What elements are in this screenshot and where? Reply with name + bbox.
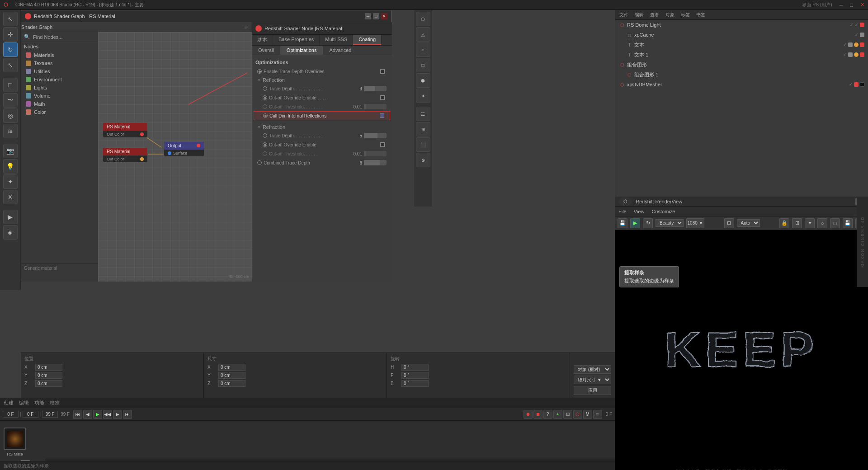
rv-view[interactable]: View <box>634 209 645 214</box>
graph-canvas[interactable]: RS Material Out Color RS Material Out Co… <box>98 32 252 282</box>
coord-mode-select[interactable]: 对象 (框对) <box>574 365 611 374</box>
tl-create[interactable]: 创建 <box>4 400 14 406</box>
tl-motion-btn[interactable]: M <box>583 410 592 419</box>
start-frame-input[interactable] <box>3 411 19 418</box>
window-close[interactable]: ✕ <box>860 2 864 8</box>
cull-dim-checkbox[interactable] <box>380 113 384 118</box>
mr-tool-6[interactable]: ✦ <box>416 89 430 103</box>
ref-cutoff-threshold-radio[interactable] <box>263 151 267 156</box>
tool-spline[interactable]: 〜 <box>3 93 18 108</box>
mr-tool-5[interactable]: ⬢ <box>416 73 430 88</box>
category-math[interactable]: Math <box>21 100 98 108</box>
tool-deform[interactable]: ≋ <box>3 124 18 138</box>
subtab-overall[interactable]: Overall <box>252 46 280 55</box>
tool-select[interactable]: ↖ <box>3 12 18 26</box>
rv-region-btn[interactable]: 1080 ▼ <box>686 218 704 228</box>
tl-play-rev[interactable]: ◀◀ <box>103 410 112 419</box>
rot-b-input[interactable] <box>401 380 429 387</box>
scene-view[interactable]: 查看 <box>648 11 661 19</box>
rv-crop-btn[interactable]: ⊡ <box>724 218 734 228</box>
combined-trace-radio[interactable] <box>257 160 262 165</box>
output-node[interactable]: Output Surface <box>164 141 204 157</box>
tool-material[interactable]: ◈ <box>3 225 18 240</box>
reflection-section-header[interactable]: Reflection <box>254 76 390 84</box>
rv-circle-btn[interactable]: ○ <box>817 218 827 228</box>
mr-tool-3[interactable]: ○ <box>416 42 430 57</box>
category-volume[interactable]: Volume <box>21 92 98 100</box>
window-minimize[interactable]: ─ <box>840 2 843 8</box>
tl-function[interactable]: 功能 <box>34 400 44 406</box>
rv-save2-btn[interactable]: 💾 <box>843 218 853 228</box>
tl-skip-start[interactable]: ⏮ <box>73 410 82 419</box>
tab-base-props[interactable]: Base Properties <box>273 35 320 45</box>
cutoff-threshold-radio[interactable] <box>263 104 267 109</box>
cutoff-override-radio[interactable] <box>263 95 267 100</box>
tl-edit[interactable]: 编辑 <box>19 400 29 406</box>
ref-cutoff-checkbox[interactable] <box>380 142 385 147</box>
window-maximize[interactable]: □ <box>850 2 853 8</box>
tool-particle[interactable]: ✦ <box>3 174 18 189</box>
tl-add-btn[interactable]: + <box>553 410 562 419</box>
mr-tool-7[interactable]: ☵ <box>416 107 430 121</box>
trace-depth-slider[interactable] <box>364 86 387 91</box>
tool-camera[interactable]: 📷 <box>3 144 18 158</box>
tool-light[interactable]: 💡 <box>3 159 18 174</box>
pos-y-input[interactable] <box>35 372 62 379</box>
scene-file[interactable]: 文件 <box>617 11 631 19</box>
scene-bookmark[interactable]: 书签 <box>694 11 708 19</box>
pos-x-input[interactable] <box>35 364 62 371</box>
rv-mode-select[interactable]: Beauty <box>656 219 684 227</box>
current-frame-input[interactable] <box>23 411 38 418</box>
rv-save-btn[interactable]: 💾 <box>618 218 627 228</box>
scene-edit[interactable]: 编辑 <box>632 11 646 19</box>
object-text2[interactable]: T 文本.1 ✓ <box>623 50 868 60</box>
object-xpovdb[interactable]: ⬡ xpOvDBMesher ✓ <box>615 80 868 89</box>
ref-trace-slider[interactable] <box>364 133 387 138</box>
tool-render[interactable]: ▶ <box>3 210 18 224</box>
tl-skip-end[interactable]: ⏭ <box>123 410 132 419</box>
tl-prev-frame[interactable]: ◀ <box>83 410 92 419</box>
pos-z-input[interactable] <box>35 380 62 387</box>
tab-coating[interactable]: Coating <box>353 35 382 45</box>
ref-cutoff-radio[interactable] <box>263 142 267 147</box>
category-lights[interactable]: Lights <box>21 84 98 92</box>
category-environment[interactable]: Environment <box>21 75 98 84</box>
cull-dim-radio[interactable] <box>263 113 268 118</box>
cutoff-threshold-slider[interactable] <box>364 104 387 109</box>
mr-tool-2[interactable]: △ <box>416 27 430 42</box>
tool-rotate[interactable]: ↻ <box>3 42 18 57</box>
trace-depth-radio[interactable] <box>263 86 267 91</box>
rv-file[interactable]: File <box>618 209 627 214</box>
tl-snap-btn[interactable]: ⊡ <box>563 410 572 419</box>
tl-stop-btn[interactable]: ⏹ <box>533 410 542 419</box>
rv-lock-btn[interactable]: 🔒 <box>779 218 789 228</box>
object-group2[interactable]: ⬡ 组合图形.1 <box>623 70 868 80</box>
cutoff-override-checkbox[interactable] <box>380 95 385 100</box>
win-restore[interactable]: □ <box>373 13 379 19</box>
subtab-optimizations[interactable]: Optimizations <box>280 46 323 55</box>
material-thumbnail[interactable]: RS Mate <box>4 428 26 450</box>
object-xpcache[interactable]: ◻ xpCache ✓ <box>623 30 868 40</box>
mr-tool-1[interactable]: ⬡ <box>416 12 430 26</box>
tl-next-frame[interactable]: ▶ <box>113 410 122 419</box>
enable-trace-row[interactable]: Enable Trace Depth Overrides <box>254 67 390 76</box>
ref-cutoff-threshold-slider[interactable] <box>364 151 387 156</box>
mr-tool-8[interactable]: ⊞ <box>416 122 430 136</box>
scene-object[interactable]: 对象 <box>663 11 677 19</box>
size-y-input[interactable] <box>218 372 245 379</box>
tab-basic[interactable]: 基本 <box>252 35 273 45</box>
size-x-input[interactable] <box>218 364 245 371</box>
enable-trace-checkbox[interactable] <box>380 69 385 74</box>
ref-trace-depth-radio[interactable] <box>263 133 267 138</box>
tl-auto-key-btn[interactable]: ⬡ <box>573 410 582 419</box>
rv-auto-select[interactable]: Auto <box>737 219 760 227</box>
tool-object[interactable]: □ <box>3 78 18 92</box>
mr-tool-9[interactable]: ⬛ <box>416 137 430 152</box>
object-rs-dome-light[interactable]: ⬡ RS Dome Light ✓ ✓ <box>615 20 868 30</box>
tl-calibrate[interactable]: 校准 <box>50 400 60 406</box>
category-textures[interactable]: Textures <box>21 59 98 67</box>
mr-tool-4[interactable]: □ <box>416 58 430 72</box>
win-close[interactable]: ✕ <box>381 13 387 19</box>
size-mode-select[interactable]: 绝对尺寸 ▼ <box>574 376 611 384</box>
rot-p-input[interactable] <box>401 372 429 379</box>
